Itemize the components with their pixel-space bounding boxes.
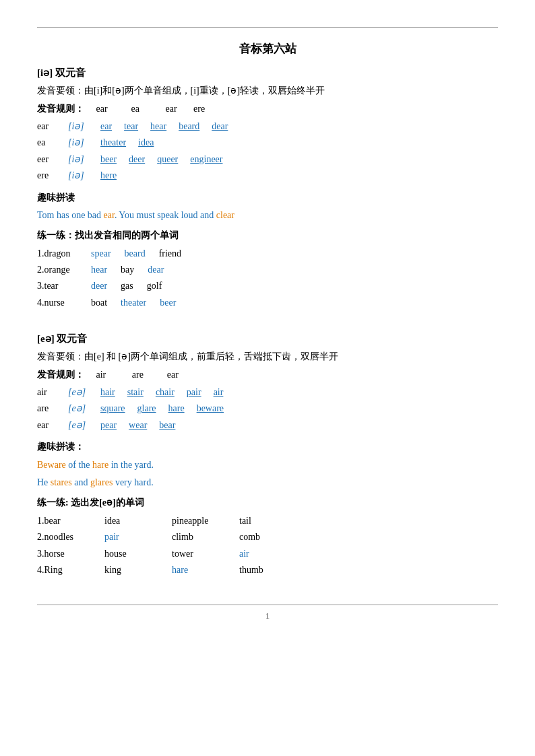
phonics-row-are: are [eə] square glare hare beware (37, 401, 498, 416)
section2-heading: [eə] 双元音 (37, 331, 498, 347)
ex2-word2: bay (121, 263, 134, 277)
words-air: hair stair chair pair air (100, 385, 223, 400)
ipa-ere: [iə] (68, 168, 88, 183)
ex2-4-word1: king (104, 563, 158, 578)
words-ear: ear tear hear beard dear (100, 119, 228, 134)
ipa-air: [eə] (68, 385, 88, 400)
word-pair: pair (187, 385, 201, 400)
word-hear: hear (150, 119, 166, 134)
phonics-row-ea: ea [iə] theater idea (37, 135, 498, 150)
phonics-row-ere: ere [iə] here (37, 168, 498, 183)
words-ere: here (100, 168, 117, 183)
exercise2-row-2: 2.noodles pair climb comb (37, 530, 498, 545)
ipa-are: [eə] (68, 401, 88, 416)
ex1-word2: beard (125, 246, 146, 261)
exercise2-row-4: 4.Ring king hare thumb (37, 563, 498, 578)
words-ear2: pear wear bear (100, 418, 175, 433)
bottom-border (37, 605, 498, 605)
words-ea: theater idea (100, 135, 154, 150)
word-engineer: engineer (190, 152, 222, 167)
word-tear: tear (124, 119, 138, 134)
fun-word-hare2: hare (92, 460, 108, 470)
ipa-eer: [iə] (68, 152, 88, 167)
ex4-label: 4.nurse (37, 296, 77, 310)
fun-sentence2a: Beware of the hare in the yard. (37, 458, 498, 473)
ex3-word3: golf (147, 279, 162, 294)
ex2-1-label: 1.bear (37, 514, 91, 528)
spacer1 (37, 312, 498, 327)
label-ear: ear (37, 119, 56, 134)
label-air: air (37, 385, 56, 400)
label-ere: ere (37, 168, 56, 183)
ex2-1-word2: pineapple (172, 514, 226, 528)
ex4-word1: boat (91, 296, 107, 310)
ex4-word2: theater (121, 296, 146, 310)
word-queer: queer (157, 152, 178, 167)
word-dear: dear (212, 119, 228, 134)
word-air2: air (214, 385, 224, 400)
section1-heading: [iə] 双元音 (37, 65, 498, 81)
ipa-ea: [iə] (68, 135, 88, 150)
exercise2-row-3: 3.horse house tower air (37, 547, 498, 561)
ipa-ear2: [eə] (68, 418, 88, 433)
ex2-2-word3: comb (239, 530, 260, 545)
ex2-2-word1: pair (104, 530, 158, 545)
phonics-row-air: air [eə] hair stair chair pair air (37, 385, 498, 400)
ex1-word3: friend (159, 246, 181, 261)
ex1-label: 1.dragon (37, 246, 77, 261)
section2: [eə] 双元音 发音要领：由[e] 和 [ə]两个单词组成，前重后轻，舌端抵下… (37, 331, 498, 578)
ex2-1-word3: tail (239, 514, 251, 528)
fun-word-ear: ear (104, 210, 115, 220)
ex3-word2: gas (121, 279, 133, 294)
label-ea: ea (37, 135, 56, 150)
word-beer: beer (100, 152, 117, 167)
word-glare: glare (137, 401, 156, 416)
ex1-word1: spear (91, 246, 111, 261)
fun-word-beware: Beware (37, 460, 66, 470)
exercise-row-4: 4.nurse boat theater beer (37, 296, 498, 310)
word-theater: theater (100, 135, 126, 150)
ex2-4-word2: hare (172, 563, 226, 578)
words-eer: beer deer queer engineer (100, 152, 222, 167)
ex2-3-word3: air (239, 547, 249, 561)
section1-desc1: 发音要领：由[i]和[ə]两个单音组成，[i]重读，[ə]轻读，双唇始终半开 (37, 83, 498, 98)
word-wear: wear (129, 418, 147, 433)
ex2-label: 2.orange (37, 263, 77, 277)
word-chair: chair (156, 385, 175, 400)
section2-rules-row: 发音规则： air are ear (37, 368, 498, 382)
exercise-heading2: 练一练: 选出发[eə]的单词 (37, 495, 498, 510)
ex2-2-label: 2.noodles (37, 530, 91, 545)
ipa-ear: [iə] (68, 119, 88, 134)
fun-sentence2b: He stares and glares very hard. (37, 475, 498, 490)
exercise-heading1: 练一练：找出发音相同的两个单词 (37, 228, 498, 243)
page-number: 1 (37, 609, 498, 623)
ex2-2-word2: climb (172, 530, 226, 545)
label-ear2: ear (37, 418, 56, 433)
word-pear: pear (100, 418, 117, 433)
exercise-row-1: 1.dragon spear beard friend (37, 246, 498, 261)
top-border (37, 27, 498, 28)
section1: [iə] 双元音 发音要领：由[i]和[ə]两个单音组成，[i]重读，[ə]轻读… (37, 65, 498, 310)
word-deer: deer (129, 152, 145, 167)
ex4-word3: beer (160, 296, 176, 310)
word-ear1: ear (100, 119, 112, 134)
section1-rules-row: 发音规则： ear ea ear ere (37, 102, 498, 116)
ex2-3-word1: house (104, 547, 158, 561)
phonics-row-ear2: ear [eə] pear wear bear (37, 418, 498, 433)
ex3-word1: deer (91, 279, 107, 294)
word-hare: hare (168, 401, 185, 416)
exercise2-row-1: 1.bear idea pineapple tail (37, 514, 498, 528)
exercise-row-2: 2.orange hear bay dear (37, 263, 498, 277)
ex3-label: 3.tear (37, 279, 77, 294)
fun-word-glares: glares (90, 477, 113, 487)
word-bear: bear (159, 418, 175, 433)
page-title: 音标第六站 (37, 40, 498, 58)
word-hair: hair (100, 385, 115, 400)
word-here: here (100, 168, 117, 183)
ex2-word3: dear (148, 263, 164, 277)
phonics-row-ear: ear [iə] ear tear hear beard dear (37, 119, 498, 134)
fun-word-stares: stares (51, 477, 72, 487)
ex2-1-word1: idea (104, 514, 158, 528)
label-are: are (37, 401, 56, 416)
word-square: square (100, 401, 125, 416)
